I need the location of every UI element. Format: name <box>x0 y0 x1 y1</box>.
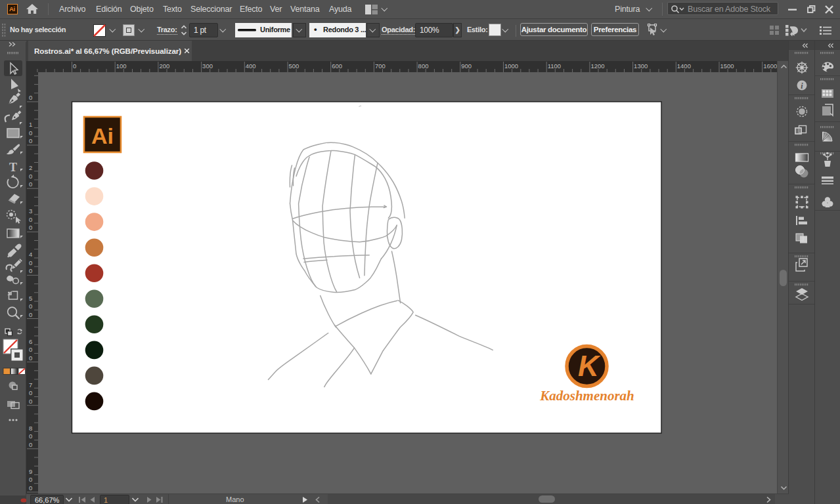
svg-text:Kadoshmenorah: Kadoshmenorah <box>539 388 634 404</box>
svg-text:0: 0 <box>29 389 32 396</box>
svg-text:0: 0 <box>29 303 32 310</box>
svg-text:0: 0 <box>29 432 32 440</box>
svg-text:5: 5 <box>29 295 32 302</box>
svg-text:0: 0 <box>73 62 76 70</box>
svg-text:0: 0 <box>29 224 32 231</box>
svg-text:0: 0 <box>29 216 32 223</box>
svg-text:T: T <box>9 161 17 174</box>
svg-text:0: 0 <box>29 259 32 266</box>
svg-text:0: 0 <box>29 484 32 492</box>
svg-text:900: 900 <box>461 62 472 70</box>
svg-text:8: 8 <box>29 425 32 432</box>
svg-text:7: 7 <box>29 381 32 388</box>
svg-text:1400: 1400 <box>677 62 691 70</box>
svg-text:100: 100 <box>116 62 127 70</box>
svg-text:K: K <box>578 350 601 382</box>
svg-text:200: 200 <box>159 62 169 70</box>
svg-text:0: 0 <box>29 398 32 405</box>
svg-text:1500: 1500 <box>720 62 734 70</box>
svg-text:400: 400 <box>246 62 256 70</box>
svg-text:0: 0 <box>29 346 32 353</box>
svg-text:1: 1 <box>29 121 32 128</box>
svg-text:0: 0 <box>29 476 32 483</box>
svg-text:9: 9 <box>29 468 32 475</box>
svg-text:0: 0 <box>29 129 32 136</box>
svg-text:0: 0 <box>29 311 32 318</box>
svg-text:0: 0 <box>29 354 32 362</box>
svg-text:300: 300 <box>202 62 213 70</box>
svg-text:500: 500 <box>289 62 299 70</box>
svg-text:4: 4 <box>29 251 32 258</box>
svg-text:1300: 1300 <box>634 62 648 70</box>
svg-text:6: 6 <box>29 338 32 345</box>
svg-text:0: 0 <box>29 180 32 188</box>
svg-text:0: 0 <box>29 441 32 448</box>
svg-text:1000: 1000 <box>504 62 518 70</box>
svg-text:800: 800 <box>418 62 429 70</box>
svg-text:0: 0 <box>29 137 32 144</box>
svg-text:600: 600 <box>332 62 342 70</box>
svg-text:1600: 1600 <box>763 62 777 70</box>
svg-text:0: 0 <box>29 173 32 180</box>
svg-text:0: 0 <box>29 267 32 274</box>
svg-text:1100: 1100 <box>548 62 561 70</box>
svg-text:2: 2 <box>29 164 32 171</box>
svg-text:Ai: Ai <box>91 123 114 148</box>
svg-text:0: 0 <box>29 94 32 101</box>
svg-text:3: 3 <box>29 207 32 215</box>
svg-text:1200: 1200 <box>590 62 604 70</box>
svg-text:700: 700 <box>375 62 386 70</box>
